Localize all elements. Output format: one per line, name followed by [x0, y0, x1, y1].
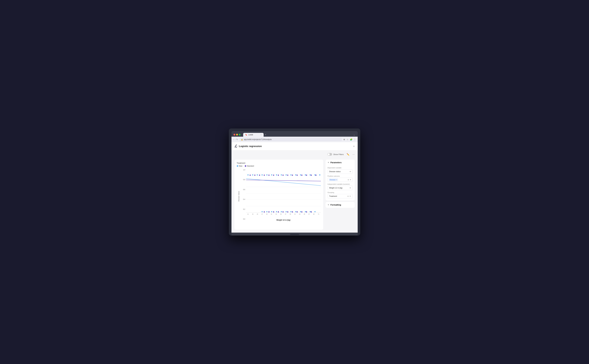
filter-toggle-switch[interactable]	[327, 153, 332, 156]
app-close-button[interactable]: ×	[353, 145, 355, 148]
svg-text:45: 45	[257, 214, 258, 215]
svg-point-36	[311, 175, 312, 176]
extensions-icon[interactable]: 🧩	[350, 138, 352, 141]
chart-area: Treatment New Standard	[234, 160, 323, 230]
disease-tag-label: Disease	[330, 179, 336, 181]
grouping-label: Grouping	[327, 192, 353, 193]
expand-icon[interactable]: ▼	[350, 179, 351, 181]
svg-text:53: 53	[275, 214, 277, 215]
svg-point-44	[281, 211, 282, 212]
svg-point-37	[315, 175, 316, 176]
more-options-button[interactable]: ···	[352, 153, 355, 156]
bookmark-icon[interactable]: ☆	[347, 138, 348, 141]
positive-outcome-icons: ⊗ ▼	[347, 179, 351, 181]
svg-point-35	[306, 175, 307, 176]
positive-outcome-field[interactable]: Disease × ⊗ ▼	[327, 178, 353, 182]
dependent-variable-label: Dependent variable	[327, 167, 353, 169]
svg-point-58	[292, 211, 293, 212]
svg-point-12	[271, 175, 272, 176]
svg-point-28	[273, 175, 274, 176]
svg-point-31	[287, 175, 288, 176]
y-axis-label-container: Disease status	[237, 169, 241, 224]
y-tick-08: 0.8	[243, 179, 245, 181]
address-bar[interactable]: 🔒 app.ledidi.no/projects/7134/analysis	[240, 138, 342, 141]
svg-point-40	[262, 211, 262, 212]
svg-point-42	[271, 211, 272, 212]
dependent-variable-select[interactable]: Disease status ▼	[327, 169, 353, 174]
grouping-select[interactable]: Treatment ⊗ ▼	[327, 194, 353, 198]
svg-point-30	[282, 175, 283, 176]
svg-point-57	[287, 211, 288, 212]
svg-point-13	[276, 175, 277, 176]
svg-point-62	[311, 211, 312, 212]
forward-button[interactable]: ›	[235, 138, 236, 141]
svg-point-60	[301, 211, 302, 212]
svg-point-53	[268, 211, 269, 212]
svg-line-38	[246, 179, 321, 186]
clear-icon[interactable]: ⊗	[347, 179, 349, 181]
independent-variable-select[interactable]: Weight 12 m (kg) ▼	[327, 186, 353, 190]
svg-point-54	[273, 211, 274, 212]
svg-text:57: 57	[285, 214, 286, 215]
svg-point-26	[264, 175, 265, 176]
positive-outcome-label: Positive outcome	[327, 175, 353, 177]
independent-variable-chevron-icon: ▼	[349, 187, 351, 189]
svg-point-11	[266, 175, 267, 176]
disease-tag[interactable]: Disease ×	[329, 179, 338, 181]
dependent-variable-value: Disease status	[329, 170, 341, 173]
svg-text:47: 47	[262, 214, 263, 215]
svg-point-14	[281, 175, 282, 176]
tab-close-button[interactable]: ×	[261, 134, 262, 136]
svg-text:41: 41	[247, 214, 249, 215]
reload-button[interactable]: ↻	[236, 138, 238, 141]
chart-svg: 41 43 45 47 49 51 53 55 57 59 61	[246, 169, 321, 218]
formatting-panel-title: Formatting	[330, 204, 341, 206]
show-filters-toggle[interactable]: Show Filters	[327, 153, 344, 156]
browser-menu-icon[interactable]: ⋮	[354, 138, 356, 141]
svg-point-29	[278, 175, 279, 176]
browser-toolbar-right: ⊕ ☆ 🧩 ⋮	[343, 138, 356, 141]
y-tick-10: 1.0	[243, 169, 245, 171]
y-tick-00: 0.0	[243, 218, 245, 220]
laptop-bottom	[231, 233, 358, 235]
minimize-traffic-light[interactable]	[236, 134, 238, 136]
back-button[interactable]: ‹	[233, 138, 234, 141]
svg-text:65: 65	[304, 214, 305, 215]
chart-legend: New Standard	[237, 165, 321, 167]
edit-icon-button[interactable]: ✏️	[346, 152, 350, 157]
sidebar: ▼ Parameters Dependent variable Disease …	[326, 160, 355, 230]
laptop-frame: 🔖 Ledidi × + ⌄ ‹ › ↻ 🔒 app.ledidi.no/pro…	[229, 129, 360, 235]
grouping-clear-icon[interactable]: ⊗	[347, 195, 349, 197]
disease-tag-remove[interactable]: ×	[336, 179, 337, 181]
svg-point-55	[278, 211, 279, 212]
formatting-panel-header[interactable]: ▼ Formatting	[326, 202, 355, 208]
parameters-panel-title: Parameters	[330, 161, 341, 164]
close-traffic-light[interactable]	[234, 134, 235, 136]
svg-point-21	[314, 175, 315, 176]
svg-point-18	[300, 175, 301, 176]
maximize-traffic-light[interactable]	[239, 134, 241, 136]
svg-point-33	[296, 175, 297, 176]
grouping-chevron-icon[interactable]: ▼	[349, 195, 351, 197]
toggle-knob	[328, 153, 330, 155]
tab-favicon: 🔖	[245, 134, 247, 136]
svg-text:67: 67	[308, 214, 310, 215]
svg-text:63: 63	[299, 214, 300, 215]
svg-point-51	[314, 211, 315, 212]
svg-point-25	[259, 175, 260, 176]
svg-text:71: 71	[318, 214, 319, 215]
legend-label-standard: Standard	[247, 165, 254, 167]
independent-variable-label: Independent variable (numeric)	[327, 183, 353, 185]
svg-point-41	[266, 211, 267, 212]
svg-point-19	[305, 175, 306, 176]
legend-dot-standard	[245, 165, 246, 167]
parameters-panel-header[interactable]: ▼ Parameters	[326, 160, 355, 165]
parameters-panel-body: Dependent variable Disease status ▼ Posi…	[326, 167, 355, 201]
toolbar-row: Show Filters ✏️ ···	[231, 150, 358, 158]
svg-point-49	[305, 211, 306, 212]
app-logo: ℒ	[234, 144, 237, 148]
svg-point-34	[301, 175, 302, 176]
dependent-variable-chevron-icon: ▼	[349, 171, 351, 172]
new-tab-button[interactable]: +	[264, 133, 268, 137]
active-tab[interactable]: 🔖 Ledidi ×	[243, 133, 264, 137]
